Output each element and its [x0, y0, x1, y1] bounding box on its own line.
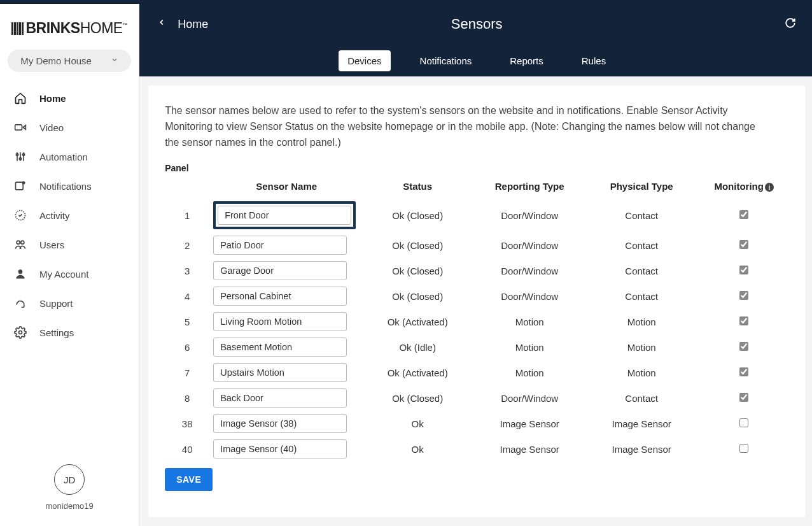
row-physical: Motion — [587, 367, 696, 378]
sensor-name-input[interactable] — [213, 312, 347, 331]
sidebar-item-video[interactable]: Video — [0, 113, 139, 142]
video-icon — [14, 121, 28, 134]
monitoring-checkbox[interactable] — [739, 418, 748, 427]
refresh-button[interactable] — [785, 17, 796, 31]
main: Home Sensors Devices Notifications Repor… — [139, 4, 812, 526]
info-icon[interactable]: i — [765, 183, 774, 192]
monitoring-checkbox[interactable] — [739, 444, 748, 453]
sidebar-item-notifications[interactable]: Notifications — [0, 171, 139, 201]
sensor-name-input[interactable] — [213, 388, 347, 408]
row-status: Ok (Activated) — [363, 367, 472, 378]
row-num: 3 — [165, 266, 209, 276]
sensor-name-input[interactable] — [213, 287, 347, 306]
col-status: Status — [363, 181, 472, 192]
table-row: 7 Ok (Activated) Motion Motion — [165, 360, 788, 385]
tab-devices[interactable]: Devices — [339, 50, 390, 71]
sensor-name-input[interactable] — [213, 338, 347, 357]
save-button[interactable]: SAVE — [165, 468, 213, 491]
sidebar-item-support[interactable]: Support — [0, 288, 139, 318]
svg-point-13 — [18, 269, 23, 274]
sidebar: BRINKSHOME™ My Demo House Home Video — [0, 4, 139, 526]
breadcrumb[interactable]: Home — [178, 18, 208, 31]
row-reporting: Door/Window — [475, 393, 584, 404]
row-num: 40 — [165, 444, 209, 455]
col-sensor-name: Sensor Name — [213, 181, 360, 192]
sensor-name-input[interactable] — [213, 236, 347, 255]
monitoring-checkbox[interactable] — [739, 367, 748, 376]
table-row: 40 Ok Image Sensor Image Sensor — [165, 436, 788, 462]
table-row: 38 Ok Image Sensor Image Sensor — [165, 411, 788, 436]
row-reporting: Motion — [475, 367, 584, 378]
row-num: 1 — [165, 210, 209, 221]
row-num: 8 — [165, 393, 209, 404]
sidebar-item-settings[interactable]: Settings — [0, 318, 139, 347]
row-num: 4 — [165, 291, 209, 302]
brand-light: HOME — [80, 20, 123, 36]
content: The sensor names below are used to refer… — [148, 85, 805, 517]
monitoring-checkbox[interactable] — [739, 240, 748, 249]
row-num: 6 — [165, 342, 209, 353]
sidebar-item-home[interactable]: Home — [0, 83, 139, 113]
notifications-icon — [14, 180, 28, 192]
sensor-name-input[interactable] — [213, 261, 347, 280]
row-physical: Contact — [587, 240, 696, 251]
table-row: 3 Ok (Closed) Door/Window Contact — [165, 258, 788, 283]
monitoring-checkbox[interactable] — [739, 210, 748, 219]
monitoring-checkbox[interactable] — [739, 393, 748, 402]
nav-label: Home — [39, 93, 66, 104]
row-num: 2 — [165, 240, 209, 251]
sidebar-item-my-account[interactable]: My Account — [0, 259, 139, 288]
monitoring-checkbox[interactable] — [739, 342, 748, 351]
col-monitoring: Monitoringi — [699, 181, 788, 192]
row-status: Ok (Closed) — [363, 240, 472, 251]
gear-icon — [14, 326, 28, 339]
row-physical: Contact — [587, 266, 696, 276]
sidebar-item-activity[interactable]: Activity — [0, 201, 139, 230]
row-reporting: Motion — [475, 342, 584, 353]
nav-label: Activity — [39, 210, 70, 221]
row-physical: Image Sensor — [587, 444, 696, 455]
tab-reports[interactable]: Reports — [501, 50, 552, 71]
page-title: Sensors — [451, 16, 503, 32]
house-select-label: My Demo House — [20, 55, 92, 66]
sensor-name-input[interactable] — [218, 206, 351, 225]
support-icon — [14, 297, 28, 309]
row-physical: Contact — [587, 210, 696, 221]
avatar[interactable]: JD — [54, 464, 85, 495]
sensor-name-input[interactable] — [213, 439, 347, 458]
svg-point-11 — [17, 241, 20, 244]
users-icon — [14, 238, 28, 251]
sensor-name-input[interactable] — [213, 363, 347, 382]
table-row: 8 Ok (Closed) Door/Window Contact — [165, 385, 788, 411]
table-head: Sensor Name Status Reporting Type Physic… — [165, 177, 788, 198]
col-physical: Physical Type — [587, 181, 696, 192]
monitoring-checkbox[interactable] — [739, 266, 748, 274]
svg-point-14 — [19, 331, 22, 334]
sidebar-item-automation[interactable]: Automation — [0, 142, 139, 171]
table-row: 4 Ok (Closed) Door/Window Contact — [165, 283, 788, 309]
brand-tm: ™ — [123, 22, 128, 28]
back-button[interactable] — [157, 15, 166, 33]
sidebar-footer: JD monidemo19 — [0, 455, 139, 520]
chevron-down-icon — [111, 56, 118, 66]
row-num: 5 — [165, 316, 209, 327]
tab-notifications[interactable]: Notifications — [411, 50, 481, 71]
row-reporting: Door/Window — [475, 291, 584, 302]
monitoring-checkbox[interactable] — [739, 316, 748, 325]
row-status: Ok — [363, 444, 472, 455]
table-row: 5 Ok (Activated) Motion Motion — [165, 309, 788, 334]
nav-label: My Account — [39, 269, 89, 280]
tab-rules[interactable]: Rules — [573, 50, 615, 71]
sidebar-item-users[interactable]: Users — [0, 230, 139, 259]
automation-icon — [14, 150, 28, 163]
account-icon — [14, 267, 28, 280]
row-status: Ok (Closed) — [363, 266, 472, 276]
tabs: Devices Notifications Reports Rules — [157, 50, 796, 76]
header: Home Sensors Devices Notifications Repor… — [139, 4, 812, 76]
nav-label: Automation — [39, 152, 88, 162]
house-select[interactable]: My Demo House — [8, 50, 131, 72]
row-reporting: Door/Window — [475, 240, 584, 251]
sensor-name-input[interactable] — [213, 414, 347, 433]
monitoring-checkbox[interactable] — [739, 291, 748, 300]
svg-marker-1 — [23, 125, 25, 130]
